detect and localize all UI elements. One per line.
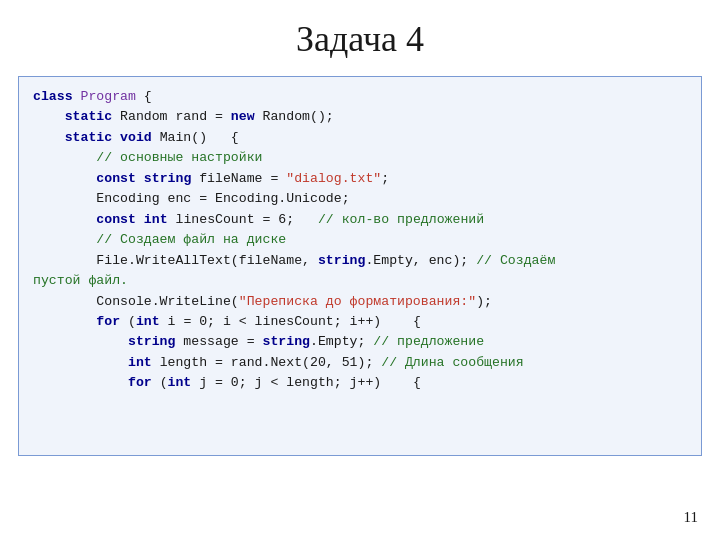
page-title: Задача 4 [0,18,720,60]
keyword-const-1: const [96,171,136,186]
code-line-11: Console.WriteLine("Переписка до форматир… [33,292,687,312]
code-line-9b: пустой файл. [33,271,687,291]
comment-3: // Создаем файл на диске [96,232,286,247]
code-line-8: // Создаем файл на диске [33,230,687,250]
keyword-new: new [231,109,255,124]
keyword-static-2: static [65,130,112,145]
code-line-2: static Random rand = new Random(); [33,107,687,127]
type-int-2: int [136,314,160,329]
keyword-for-2: for [128,375,152,390]
page-number: 11 [684,509,698,526]
code-line-5: const string fileName = "dialog.txt"; [33,169,687,189]
code-line-13: string message = string.Empty; // предло… [33,332,687,352]
classname: Program [81,89,136,104]
type-int-1: int [144,212,168,227]
keyword-void: void [120,130,152,145]
type-string-3: string [128,334,175,349]
code-line-14: int length = rand.Next(20, 51); // Длина… [33,353,687,373]
code-line-12: for (int i = 0; i < linesCount; i++) { [33,312,687,332]
keyword-for-1: for [96,314,120,329]
code-line-7: const int linesCount = 6; // кол-во пред… [33,210,687,230]
code-line-4: // основные настройки [33,148,687,168]
comment-1: // основные настройки [96,150,262,165]
keyword-const-2: const [96,212,136,227]
keyword-class: class [33,89,73,104]
comment-4: // Создаём [476,253,555,268]
type-int-3: int [128,355,152,370]
code-line-15: for (int j = 0; j < length; j++) { [33,373,687,393]
type-string-empty: string [263,334,310,349]
type-string-1: string [144,171,191,186]
code-block: class Program { static Random rand = new… [18,76,702,456]
keyword-static-1: static [65,109,112,124]
code-line-3: static void Main() { [33,128,687,148]
type-int-4: int [168,375,192,390]
code-line-9: File.WriteAllText(fileName, string.Empty… [33,251,687,271]
string-console: "Переписка до форматирования:" [239,294,476,309]
code-line-6: Encoding enc = Encoding.Unicode; [33,189,687,209]
comment-4b: пустой файл. [33,273,128,288]
comment-2: // кол-во предложений [318,212,484,227]
comment-6: // Длина сообщения [381,355,523,370]
code-line-1: class Program { [33,87,687,107]
type-string-2: string [318,253,365,268]
comment-5: // предложение [373,334,484,349]
string-filename: "dialog.txt" [286,171,381,186]
